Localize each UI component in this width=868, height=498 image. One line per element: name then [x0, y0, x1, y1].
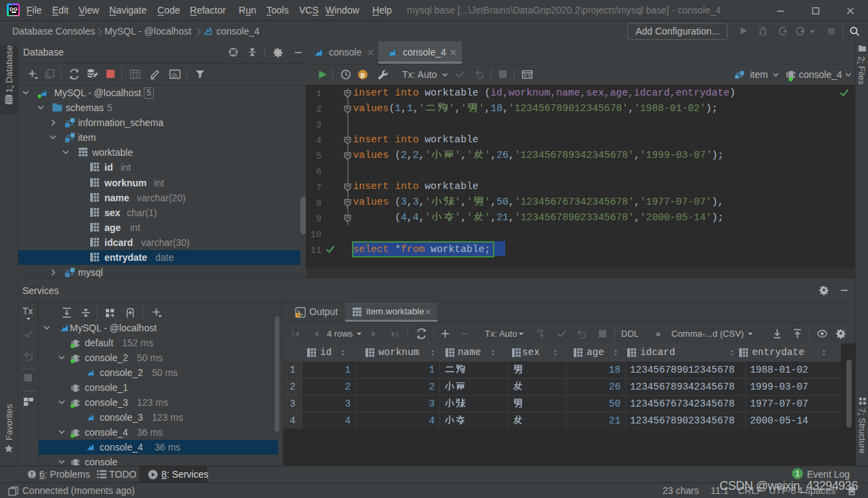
svg-text:p: p	[361, 71, 365, 79]
svg-text:QL: QL	[172, 72, 178, 78]
svg-text:DB: DB	[537, 329, 544, 333]
